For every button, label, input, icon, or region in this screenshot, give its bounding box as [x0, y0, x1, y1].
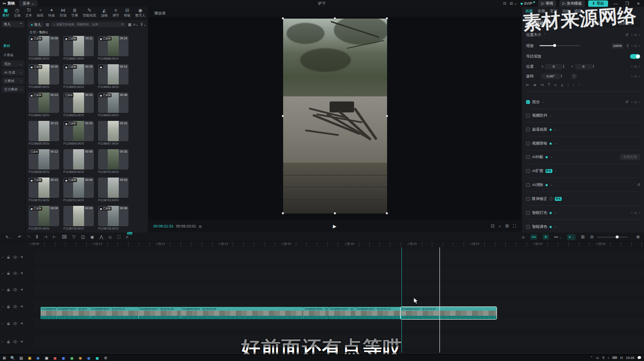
app-icon-2[interactable]: ◼: [51, 355, 59, 361]
export-button[interactable]: ⬆导出: [588, 0, 608, 7]
effect-row-眼神修正[interactable]: 眼神修正ⓘ限免: [526, 195, 640, 202]
effect-checkbox[interactable]: [526, 225, 530, 229]
inspector-tab-动画[interactable]: 动画: [562, 8, 570, 14]
collapse-dash-icon[interactable]: –: [2, 339, 4, 344]
collapse-dash-icon[interactable]: –: [2, 255, 4, 259]
play-button[interactable]: ▶: [333, 224, 336, 229]
media-card[interactable]: ▣已添加00:08P1198706.MOV: [98, 206, 128, 230]
ribbon-tab-templates[interactable]: ⊟模板: [124, 8, 131, 18]
keyframe-control[interactable]: ‹ ◇ ›: [631, 100, 640, 104]
effect-row-AI消除[interactable]: AI消除◆⌄↺: [526, 181, 640, 189]
inspector-subtab-蒙版[interactable]: 蒙版: [583, 20, 612, 27]
tool-freeze-frame[interactable]: ◫: [81, 235, 85, 239]
tool-linkage[interactable]: ⊷ ⌄: [554, 235, 562, 239]
media-card[interactable]: 00:06P1198699.MOV: [63, 149, 94, 173]
sidebar-item-6[interactable]: 官方素材⌄: [2, 86, 25, 93]
effect-row-智能调色[interactable]: 智能调色◆⌄: [526, 223, 640, 230]
sidebar-item-4[interactable]: AI 生成⌄: [2, 69, 25, 76]
network-icon[interactable]: ⊟: [620, 356, 623, 360]
effect-checkbox[interactable]: [526, 183, 530, 187]
media-card[interactable]: ▣已添加00:25P1198690.MOV: [63, 64, 94, 88]
media-card[interactable]: 00:10P1198697.MOV: [98, 121, 128, 145]
lock-icon[interactable]: [7, 288, 10, 292]
speaker-icon[interactable]: [20, 305, 24, 308]
align-button-3[interactable]: ⊣: [540, 83, 543, 88]
timeline-ruler[interactable]: | 09:08| 09:10| 09:12| 09:14| 09:16| 09:…: [34, 242, 644, 247]
ribbon-tab-smart-package[interactable]: ✎智能包装: [83, 8, 96, 18]
media-card[interactable]: ▣已添加00:14P1198688.MOV: [98, 36, 128, 60]
tool-mirror[interactable]: ⋀: [100, 235, 103, 239]
tool-delete-right[interactable]: ⊢: [53, 235, 57, 239]
effect-row-超清画质[interactable]: 超清画质◆⌄: [526, 126, 640, 133]
tool-timeline-fit[interactable]: ⊞: [581, 235, 584, 239]
tool-select-tool[interactable]: ⇖ ⌄: [5, 235, 12, 239]
inspector-tab-画面[interactable]: 画面: [525, 8, 533, 14]
close-button[interactable]: ✕: [635, 1, 642, 6]
scale-keyframe[interactable]: ‹ ◇ ›: [631, 44, 640, 48]
inspector-subtab-基础[interactable]: 基础: [525, 20, 554, 27]
media-card[interactable]: ▣已添加00:08P1198694.MOV: [98, 93, 128, 117]
eye-icon[interactable]: [13, 288, 17, 291]
media-card[interactable]: ▣已添加00:09P1198702.MOV: [63, 178, 94, 202]
effect-checkbox[interactable]: [526, 128, 530, 131]
app-icon-3[interactable]: ◼: [59, 355, 68, 361]
review-button[interactable]: ▷审阅: [538, 0, 556, 7]
menu-button[interactable]: 菜单 ⌄: [19, 0, 38, 7]
import-button[interactable]: ●导入: [28, 22, 44, 27]
lock-icon[interactable]: [7, 271, 10, 275]
adjust-view-icon[interactable]: ⊞: [46, 22, 49, 27]
display-icon[interactable]: ▭: [596, 356, 599, 360]
media-card[interactable]: 00:33P1198700.MOV: [98, 149, 128, 173]
media-card[interactable]: 00:09P1198705.MOV: [63, 206, 94, 230]
zoom-slider-knob[interactable]: [616, 235, 619, 238]
effect-checkbox[interactable]: ✓: [526, 100, 530, 104]
ribbon-tab-captions[interactable]: ≣字幕: [71, 8, 78, 18]
tool-rotate[interactable]: ◇: [109, 235, 112, 239]
media-card[interactable]: 00:13P1198695.MOV: [29, 121, 59, 145]
rotate-input[interactable]: 0.00°: [541, 74, 560, 79]
ratio-icon[interactable]: ⊞: [505, 224, 509, 229]
tool-mask[interactable]: ▽: [72, 235, 76, 239]
media-card[interactable]: ▣已添加00:06P1198686.MOV: [29, 36, 59, 60]
effect-checkbox[interactable]: [526, 155, 530, 159]
track-header[interactable]: –: [2, 284, 32, 295]
preview-video[interactable]: [283, 19, 387, 213]
zoom-in-button[interactable]: ⊕: [636, 235, 640, 239]
rotate-stepper[interactable]: ▴▾: [561, 74, 562, 78]
filter-dropdown-icon[interactable]: ⊽⌄: [140, 22, 146, 27]
reset-icon[interactable]: ↺: [625, 100, 629, 104]
collapse-dash-icon[interactable]: –: [2, 304, 4, 309]
scale-slider[interactable]: [540, 45, 580, 46]
inspector-subtab-美颜美体[interactable]: 美颜美体: [612, 20, 641, 27]
speaker-icon[interactable]: [20, 340, 24, 343]
start-button[interactable]: ⊞: [0, 355, 8, 361]
align-button-4[interactable]: ⊤: [547, 83, 551, 88]
tool-redo[interactable]: ↷: [27, 235, 30, 239]
media-card[interactable]: ▣已添加00:09P1198704.MOV: [29, 206, 59, 230]
lock-icon[interactable]: [7, 255, 10, 259]
effect-row-视频防抖[interactable]: 视频防抖⌄: [526, 112, 640, 119]
publish-template-button[interactable]: ▷发布模板: [559, 0, 585, 7]
tool-preview-axis[interactable]: ⌖ ⌄: [567, 234, 575, 240]
app-icon-1[interactable]: ▣: [42, 355, 51, 361]
volume-icon[interactable]: ♪: [608, 356, 609, 360]
inspector-tab-AI效果[interactable]: AI效果: [599, 8, 610, 14]
timeline-clip[interactable]: P1198687.MOV00:00:0: [57, 307, 90, 319]
layout-dropdown-icon[interactable]: ⊟ ⌄: [510, 1, 517, 5]
align-button-1[interactable]: ⊢: [526, 83, 529, 88]
media-card[interactable]: ▣已添加00:13P1198692.MOV: [29, 93, 59, 117]
tool-record-voiceover[interactable]: ⌯: [521, 235, 525, 240]
position-x-stepper[interactable]: ▴▾: [563, 64, 564, 68]
apply-all-button[interactable]: 全部应用: [620, 154, 640, 160]
effect-row-AI扩图[interactable]: AI扩图限免⌄: [526, 167, 640, 175]
timeline-clip[interactable]: P1198688.MOV00:00:01:17: [90, 307, 139, 319]
effect-row-AI补帧[interactable]: AI补帧◆⌄全部应用: [526, 153, 640, 161]
sidebar-item-1[interactable]: 素材: [0, 42, 26, 49]
media-card[interactable]: 已添加00:10P1198693.MOV: [63, 93, 94, 117]
magnifier-icon[interactable]: ⌕: [499, 224, 501, 229]
tool-split[interactable]: Ⅱ: [36, 235, 38, 239]
tool-crop[interactable]: ⛶: [117, 235, 120, 240]
vscode-icon[interactable]: ◼: [85, 355, 93, 361]
timeline-clip[interactable]: P1198696.MOV00:00:01:14: [355, 307, 401, 319]
ribbon-tab-sticker[interactable]: ◔贴纸: [37, 8, 44, 18]
